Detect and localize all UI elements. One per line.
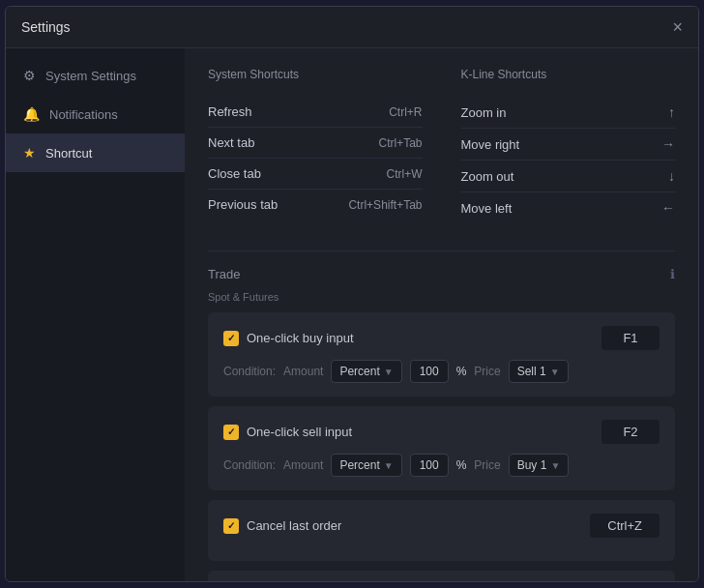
sell-price-value-buy: Sell 1: [517, 365, 546, 378]
sidebar-item-shortcut[interactable]: ★ Shortcut: [6, 133, 185, 172]
chevron-down-icon-sell2: ▼: [384, 460, 394, 471]
checkbox-sell[interactable]: ✓: [223, 425, 239, 440]
amount-label-buy: Amount: [283, 365, 323, 378]
trade-key-sell: F2: [601, 420, 660, 444]
trade-card-buy-label: One-click buy input: [247, 331, 354, 345]
checkbox-cancel-last[interactable]: ✓: [223, 518, 239, 534]
condition-label-sell: Condition:: [223, 458, 276, 472]
buy-price-select-sell[interactable]: Buy 1 ▼: [509, 454, 570, 477]
trade-section-header: Trade ℹ: [208, 267, 675, 281]
shortcut-row-zoom-out: Zoom out ↓: [461, 161, 676, 192]
trade-card-cancel-last: ✓ Cancel last order Ctrl+Z: [208, 500, 675, 561]
close-button[interactable]: ×: [672, 18, 683, 36]
settings-modal: Settings × ⚙ System Settings 🔔 Notificat…: [5, 6, 699, 582]
trade-card-sell-left: ✓ One-click sell input: [223, 425, 352, 440]
trade-card-buy: ✓ One-click buy input F1 Condition: Amou…: [208, 312, 675, 397]
divider: [208, 250, 675, 251]
percent-select-sell[interactable]: Percent ▼: [331, 454, 401, 477]
chevron-down-icon-sell: ▼: [550, 367, 560, 377]
price-label-sell: Price: [474, 458, 500, 472]
percent-select-buy[interactable]: Percent ▼: [331, 360, 401, 383]
trade-card-cancel-all: ✓ Cancel all Ctrl+Alt+Z: [208, 571, 675, 581]
shortcut-label-zoom-out: Zoom out: [461, 169, 514, 184]
trade-card-cancel-last-label: Cancel last order: [247, 518, 341, 533]
main-content: System Shortcuts Refresh Ctrl+R Next tab…: [185, 48, 698, 581]
percent-select-buy-value: Percent: [339, 365, 379, 378]
percent-sym-sell: %: [456, 458, 467, 472]
percent-input-sell[interactable]: 100: [410, 454, 449, 477]
spot-futures-title: Spot & Futures: [208, 291, 675, 303]
shortcut-key-prev-tab: Ctrl+Shift+Tab: [348, 198, 422, 212]
sidebar-label-shortcut: Shortcut: [45, 146, 92, 161]
shortcut-label-refresh: Refresh: [208, 104, 252, 119]
sidebar-item-notifications[interactable]: 🔔 Notifications: [6, 95, 185, 133]
settings-icon: ⚙: [23, 68, 36, 83]
shortcut-row-zoom-in: Zoom in ↑: [461, 97, 676, 129]
percent-input-buy[interactable]: 100: [410, 360, 449, 383]
sidebar-label-system-settings: System Settings: [45, 69, 136, 83]
modal-title: Settings: [21, 19, 71, 35]
amount-label-sell: Amount: [283, 458, 323, 472]
shortcut-label-prev-tab: Previous tab: [208, 197, 278, 212]
system-shortcuts-title: System Shortcuts: [208, 68, 423, 81]
percent-select-sell-value: Percent: [339, 458, 379, 472]
bell-icon: 🔔: [23, 106, 40, 122]
trade-card-buy-header: ✓ One-click buy input F1: [223, 326, 660, 350]
trade-card-sell: ✓ One-click sell input F2 Condition: Amo…: [208, 406, 675, 490]
trade-key-cancel-last: Ctrl+Z: [590, 514, 660, 538]
arrow-move-left: ←: [661, 200, 675, 216]
modal-header: Settings ×: [6, 7, 698, 48]
trade-buy-condition: Condition: Amount Percent ▼ 100 % Price …: [223, 360, 660, 383]
shortcut-key-next-tab: Ctrl+Tab: [378, 136, 422, 150]
shortcut-label-move-left: Move left: [461, 201, 513, 216]
shortcut-key-close-tab: Ctrl+W: [387, 167, 423, 181]
trade-card-cancel-last-left: ✓ Cancel last order: [223, 518, 341, 534]
shortcuts-grid: System Shortcuts Refresh Ctrl+R Next tab…: [208, 68, 675, 223]
trade-key-buy: F1: [601, 326, 660, 350]
trade-sell-condition: Condition: Amount Percent ▼ 100 % Price …: [223, 454, 660, 477]
shortcut-label-zoom-in: Zoom in: [461, 105, 507, 120]
condition-label-buy: Condition:: [223, 365, 276, 378]
arrow-move-right: →: [661, 136, 675, 152]
kline-shortcuts-section: K-Line Shortcuts Zoom in ↑ Move right → …: [461, 68, 676, 223]
shortcut-row-refresh: Refresh Ctrl+R: [208, 97, 423, 128]
arrow-zoom-out: ↓: [668, 168, 675, 184]
kline-shortcuts-title: K-Line Shortcuts: [461, 68, 676, 81]
shortcut-label-close-tab: Close tab: [208, 166, 261, 181]
percent-sym-buy: %: [456, 365, 467, 378]
trade-card-buy-left: ✓ One-click buy input: [223, 331, 354, 346]
sidebar: ⚙ System Settings 🔔 Notifications ★ Shor…: [6, 48, 185, 581]
info-icon[interactable]: ℹ: [670, 267, 675, 281]
trade-section-title: Trade: [208, 267, 240, 281]
shortcut-key-refresh: Ctrl+R: [389, 105, 422, 119]
chevron-down-icon-buy2: ▼: [550, 460, 560, 471]
trade-card-cancel-last-header: ✓ Cancel last order Ctrl+Z: [223, 514, 660, 538]
shortcut-row-close-tab: Close tab Ctrl+W: [208, 159, 423, 190]
arrow-zoom-in: ↑: [668, 104, 675, 120]
trade-card-sell-label: One-click sell input: [247, 425, 352, 439]
trade-card-sell-header: ✓ One-click sell input F2: [223, 420, 660, 444]
shortcut-row-move-right: Move right →: [461, 129, 676, 161]
star-icon: ★: [23, 145, 36, 161]
sell-price-select-buy[interactable]: Sell 1 ▼: [509, 360, 569, 383]
buy-price-value-sell: Buy 1: [517, 458, 547, 472]
checkbox-buy[interactable]: ✓: [223, 331, 239, 346]
shortcut-label-move-right: Move right: [461, 137, 520, 152]
price-label-buy: Price: [474, 365, 500, 378]
modal-body: ⚙ System Settings 🔔 Notifications ★ Shor…: [6, 48, 698, 581]
sidebar-label-notifications: Notifications: [49, 107, 118, 122]
system-shortcuts-section: System Shortcuts Refresh Ctrl+R Next tab…: [208, 68, 423, 223]
shortcut-row-move-left: Move left ←: [461, 192, 676, 223]
sidebar-item-system-settings[interactable]: ⚙ System Settings: [6, 56, 185, 95]
shortcut-row-prev-tab: Previous tab Ctrl+Shift+Tab: [208, 190, 423, 220]
shortcut-label-next-tab: Next tab: [208, 135, 254, 150]
chevron-down-icon-buy: ▼: [384, 367, 394, 377]
shortcut-row-next-tab: Next tab Ctrl+Tab: [208, 128, 423, 159]
